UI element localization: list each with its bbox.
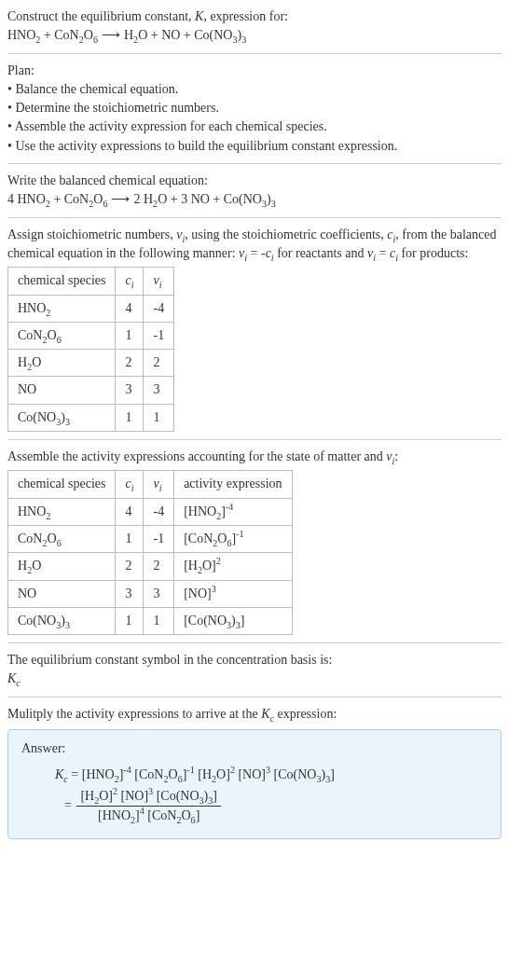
- plan-bullet-3: • Assemble the activity expression for e…: [7, 117, 502, 136]
- stoich-description: Assign stoichiometric numbers, νi, using…: [7, 226, 502, 264]
- plan-bullet-1: • Balance the chemical equation.: [7, 80, 502, 99]
- cell-vi: -4: [144, 498, 174, 525]
- table-row: CoN2O61-1: [8, 322, 174, 349]
- stoich-table: chemical species ci νi HNO24-4 CoN2O61-1…: [7, 267, 174, 432]
- cell-ci: 1: [116, 404, 144, 431]
- col-activity: activity expression: [174, 471, 292, 498]
- answer-label: Answer:: [21, 739, 488, 758]
- table-row: Co(NO3)311: [8, 404, 174, 431]
- table-header-row: chemical species ci νi: [8, 268, 174, 295]
- cell-vi: 1: [144, 404, 174, 431]
- col-species: chemical species: [8, 471, 116, 498]
- cell-vi: -4: [144, 295, 174, 322]
- table-row: Co(NO3)311[Co(NO3)3]: [8, 607, 293, 634]
- balanced-heading: Write the balanced chemical equation:: [7, 172, 502, 190]
- cell-species: HNO2: [8, 295, 116, 322]
- cell-species: NO: [8, 377, 116, 404]
- col-species: chemical species: [8, 268, 116, 295]
- cell-vi: 3: [144, 377, 174, 404]
- cell-activity: [NO]3: [174, 580, 292, 607]
- section-balanced: Write the balanced chemical equation: 4 …: [7, 164, 502, 218]
- section-stoich: Assign stoichiometric numbers, νi, using…: [7, 218, 502, 440]
- kc-symbol-heading: The equilibrium constant symbol in the c…: [7, 651, 502, 669]
- table-row: HNO24-4[HNO2]-4: [8, 498, 293, 525]
- cell-species: H2O: [8, 553, 116, 580]
- cell-species: CoN2O6: [8, 322, 116, 349]
- table-row: NO33[NO]3: [8, 580, 293, 607]
- text: expression:: [274, 707, 337, 721]
- reaction-unbalanced: HNO2 + CoN2O6⟶H2O + NO + Co(NO3)3: [7, 26, 502, 45]
- cell-vi: 3: [144, 580, 174, 607]
- col-ci: ci: [116, 471, 144, 498]
- kc-symbol: Kc: [7, 669, 502, 688]
- cell-vi: -1: [144, 525, 174, 552]
- cell-ci: 3: [116, 580, 144, 607]
- cell-species: Co(NO3)3: [8, 404, 116, 431]
- table-row: H2O22: [8, 350, 174, 377]
- cell-activity: [H2O]2: [174, 553, 292, 580]
- cell-species: H2O: [8, 350, 116, 377]
- col-vi: νi: [144, 268, 174, 295]
- cell-species: CoN2O6: [8, 525, 116, 552]
- section-final: Mulitply the activity expressions to arr…: [7, 697, 502, 839]
- cell-species: Co(NO3)3: [8, 607, 116, 634]
- answer-box: Answer: Kc = [HNO2]-4 [CoN2O6]-1 [H2O]2 …: [7, 729, 502, 839]
- cell-vi: 2: [144, 350, 174, 377]
- cell-activity: [CoN2O6]-1: [174, 525, 292, 552]
- reaction-arrow-icon: ⟶: [98, 26, 124, 45]
- cell-species: NO: [8, 580, 116, 607]
- symbol-K: K: [195, 9, 203, 23]
- activity-heading: Assemble the activity expressions accoun…: [7, 448, 502, 466]
- cell-activity: [Co(NO3)3]: [174, 607, 292, 634]
- col-ci: ci: [116, 268, 144, 295]
- table-row: CoN2O61-1[CoN2O6]-1: [8, 525, 293, 552]
- kc-product-form: Kc = [HNO2]-4 [CoN2O6]-1 [H2O]2 [NO]3 [C…: [55, 764, 488, 786]
- final-heading: Mulitply the activity expressions to arr…: [7, 705, 502, 724]
- text: :: [394, 449, 398, 463]
- plan-bullet-2: • Determine the stoichiometric numbers.: [7, 99, 502, 117]
- cell-ci: 1: [116, 525, 144, 552]
- problem-statement: Construct the equilibrium constant, K, e…: [7, 7, 502, 26]
- table-row: H2O22[H2O]2: [8, 553, 293, 580]
- section-activity: Assemble the activity expressions accoun…: [7, 440, 502, 643]
- table-row: HNO24-4: [8, 295, 174, 322]
- cell-ci: 4: [116, 295, 144, 322]
- table-header-row: chemical species ci νi activity expressi…: [8, 471, 293, 498]
- col-vi: νi: [144, 471, 174, 498]
- text: Assemble the activity expressions accoun…: [7, 449, 386, 463]
- cell-vi: -1: [144, 322, 174, 349]
- kc-fraction-form: = [H2O]2 [NO]3 [Co(NO3)3] [HNO2]4 [CoN2O…: [64, 787, 488, 826]
- plan-bullet-4: • Use the activity expressions to build …: [7, 137, 502, 156]
- section-problem: Construct the equilibrium constant, K, e…: [7, 7, 502, 54]
- cell-ci: 1: [116, 607, 144, 634]
- plan-heading: Plan:: [7, 62, 502, 80]
- cell-activity: [HNO2]-4: [174, 498, 292, 525]
- cell-ci: 3: [116, 377, 144, 404]
- reaction-balanced: 4 HNO2 + CoN2O6⟶2 H2O + 3 NO + Co(NO3)3: [7, 190, 502, 209]
- cell-ci: 4: [116, 498, 144, 525]
- cell-vi: 1: [144, 607, 174, 634]
- cell-species: HNO2: [8, 498, 116, 525]
- text: Construct the equilibrium constant,: [7, 9, 195, 23]
- cell-ci: 2: [116, 553, 144, 580]
- activity-table: chemical species ci νi activity expressi…: [7, 470, 293, 635]
- section-kc-symbol: The equilibrium constant symbol in the c…: [7, 643, 502, 697]
- text: Mulitply the activity expressions to arr…: [7, 707, 261, 721]
- text: , expression for:: [203, 9, 288, 23]
- cell-ci: 2: [116, 350, 144, 377]
- section-plan: Plan: • Balance the chemical equation. •…: [7, 54, 502, 164]
- table-row: NO33: [8, 377, 174, 404]
- cell-ci: 1: [116, 322, 144, 349]
- reaction-arrow-icon: ⟶: [107, 190, 133, 209]
- cell-vi: 2: [144, 553, 174, 580]
